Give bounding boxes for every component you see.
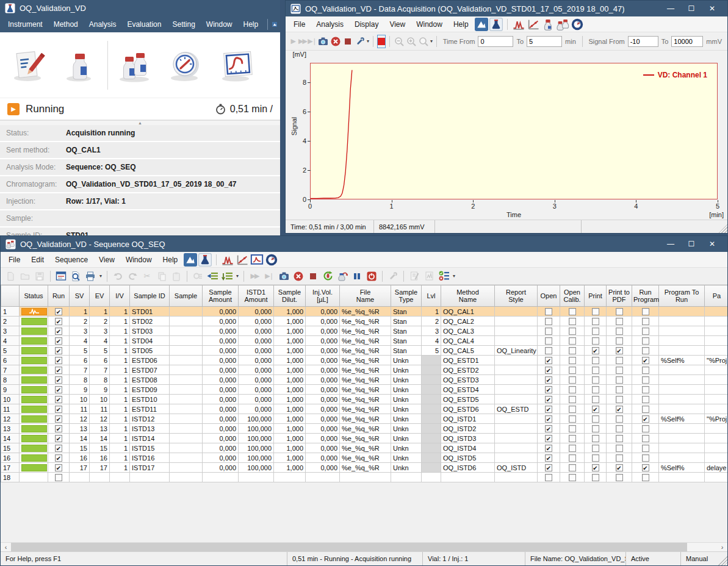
cell-inj-vol[interactable]: 0,000 [306, 395, 340, 404]
cell-method[interactable] [441, 473, 495, 482]
cell-open-calib[interactable] [560, 317, 585, 326]
cell-run-program[interactable] [632, 414, 659, 424]
cell-lvl[interactable] [422, 473, 441, 482]
cell-lvl[interactable] [422, 443, 441, 453]
cell-sample[interactable] [170, 473, 203, 482]
cell-print[interactable] [585, 375, 607, 385]
cell-sv[interactable]: 8 [70, 375, 90, 385]
cell-open-calib[interactable] [560, 453, 585, 463]
run-program-checkbox[interactable] [642, 425, 649, 432]
cell-print[interactable] [585, 307, 607, 317]
cell-sv[interactable]: 3 [70, 326, 90, 336]
cell-ev[interactable]: 16 [90, 453, 110, 463]
cell-run[interactable] [48, 385, 70, 395]
cell-run[interactable] [48, 326, 70, 336]
cell-dilution[interactable]: 1,000 [274, 317, 306, 326]
cell-istd-amount[interactable]: 0,000 [239, 317, 274, 326]
cell-istd-amount[interactable]: 0,000 [239, 336, 274, 346]
open-calib-checkbox[interactable] [569, 406, 576, 413]
cell-dilution[interactable]: 1,000 [274, 434, 306, 443]
menu-item-method[interactable]: Method [48, 18, 84, 30]
cell-inj-vol[interactable] [306, 473, 340, 482]
cell-file-name[interactable]: %e_%q_%R [340, 385, 391, 395]
plot-area[interactable]: VD: Channel 1 [310, 63, 718, 199]
wrench-icon[interactable] [355, 35, 366, 48]
cell-sample[interactable] [170, 463, 203, 473]
column-header[interactable]: Lvl [422, 285, 441, 307]
cell-ev[interactable]: 14 [90, 434, 110, 443]
cell-sv[interactable]: 10 [70, 395, 90, 404]
cell-istd-amount[interactable]: 0,000 [239, 365, 274, 375]
cell-n[interactable]: 8 [1, 375, 20, 385]
cell-sv[interactable]: 1 [70, 307, 90, 317]
menu-item-analysis[interactable]: Analysis [311, 18, 349, 30]
cell-open-calib[interactable] [560, 326, 585, 336]
cell-sample-type[interactable]: Unkn [391, 443, 422, 453]
pdf-checkbox[interactable] [616, 367, 623, 374]
cell-run[interactable] [48, 453, 70, 463]
cell-sample-id[interactable]: ESTD11 [130, 404, 170, 414]
run-program-checkbox[interactable] [642, 445, 649, 452]
cell-open[interactable] [538, 307, 560, 317]
cell-sample-type[interactable]: Unkn [391, 356, 422, 365]
run-checkbox[interactable] [55, 474, 62, 481]
cell-lvl[interactable]: 1 [422, 307, 441, 317]
scrollbar-thumb[interactable] [11, 543, 687, 551]
cell-n[interactable]: 9 [1, 385, 20, 395]
cell-inj-vol[interactable]: 0,000 [306, 404, 340, 414]
scrollbar-track[interactable] [687, 543, 717, 551]
open-calib-checkbox[interactable] [569, 396, 576, 403]
cell-inj-vol[interactable]: 0,000 [306, 326, 340, 336]
cell-run-program[interactable] [632, 463, 659, 473]
cell-sv[interactable]: 12 [70, 414, 90, 424]
cell-file-name[interactable]: %e_%q_%R [340, 453, 391, 463]
print-checkbox[interactable] [592, 464, 599, 471]
cell-lvl[interactable] [422, 395, 441, 404]
cell-inj-vol[interactable]: 0,000 [306, 443, 340, 453]
cell-pdf[interactable] [607, 424, 632, 434]
cell-ev[interactable]: 10 [90, 395, 110, 404]
print-checkbox[interactable] [592, 357, 599, 364]
cell-ev[interactable]: 12 [90, 414, 110, 424]
cell-run-program[interactable] [632, 326, 659, 336]
print-checkbox[interactable] [592, 454, 599, 462]
cell-sample-id[interactable]: ISTD15 [130, 443, 170, 453]
dropdown-arrow[interactable]: ▾ [366, 38, 370, 44]
run-checkbox[interactable] [55, 445, 62, 452]
copy-icon[interactable] [155, 270, 168, 283]
cell-n[interactable]: 3 [1, 326, 20, 336]
cell-report[interactable] [495, 307, 538, 317]
cell-istd-amount[interactable]: 0,000 [239, 326, 274, 336]
cell-inj-vol[interactable]: 0,000 [306, 317, 340, 326]
cell-sample-id[interactable]: ESTD07 [130, 365, 170, 375]
cell-dilution[interactable]: 1,000 [274, 326, 306, 336]
cell-method[interactable]: OQ_ISTD5 [441, 453, 495, 463]
cell-print[interactable] [585, 317, 607, 326]
cell-file-name[interactable]: %e_%q_%R [340, 365, 391, 375]
open-calib-checkbox[interactable] [569, 435, 576, 442]
column-header[interactable]: Print to PDF [607, 285, 632, 307]
cell-open[interactable] [538, 356, 560, 365]
pdf-checkbox[interactable] [616, 308, 623, 315]
cell-open-calib[interactable] [560, 375, 585, 385]
cell-lvl[interactable] [422, 365, 441, 375]
cell-dilution[interactable]: 1,000 [274, 463, 306, 473]
cell-sv[interactable]: 2 [70, 317, 90, 326]
cell-inj-vol[interactable]: 0,000 [306, 414, 340, 424]
cell-inj-vol[interactable]: 0,000 [306, 424, 340, 434]
cell-inj-vol[interactable]: 0,000 [306, 307, 340, 317]
cell-sample[interactable] [170, 385, 203, 395]
cell-open[interactable] [538, 336, 560, 346]
cell-pdf[interactable] [607, 414, 632, 424]
cell-sample-type[interactable]: Unkn [391, 434, 422, 443]
cell-istd-amount[interactable]: 0,000 [239, 404, 274, 414]
cell-iv[interactable]: 1 [110, 346, 130, 356]
pdf-checkbox[interactable] [616, 376, 623, 384]
cell-open[interactable] [538, 317, 560, 326]
cell-pa[interactable] [705, 473, 728, 482]
cell-report[interactable]: OQ_ESTD [495, 404, 538, 414]
cell-program-to-run[interactable] [659, 365, 705, 375]
cell-sample[interactable] [170, 365, 203, 375]
resume-sequence-icon[interactable] [321, 270, 334, 283]
cell-n[interactable]: 4 [1, 336, 20, 346]
